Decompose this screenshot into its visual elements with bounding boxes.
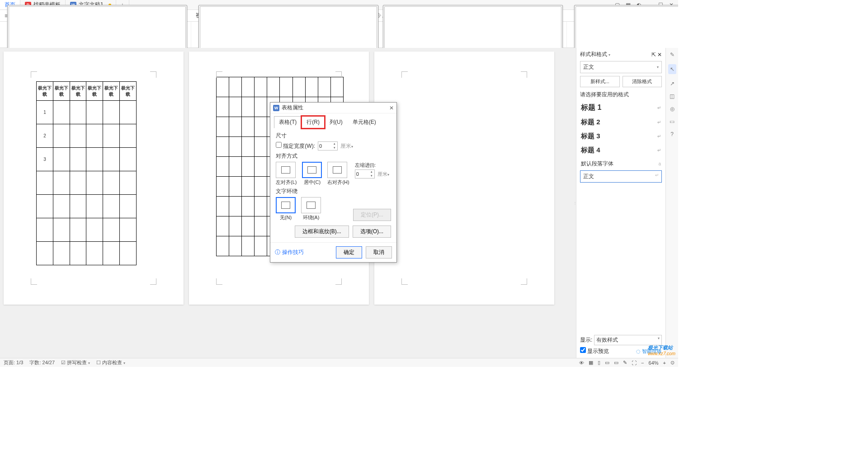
view-read-icon[interactable]: ▭: [605, 360, 609, 366]
nav-button[interactable]: 章节导航: [6, 22, 188, 47]
style-heading3[interactable]: 标题 3↵: [580, 129, 662, 143]
show-label: 显示:: [580, 336, 592, 344]
current-style-select[interactable]: 正文▾: [580, 61, 662, 73]
tab-column[interactable]: 列(U): [325, 116, 348, 128]
view-eye-icon[interactable]: 👁: [579, 360, 584, 366]
indent-label: 左缩进(I):: [355, 162, 389, 169]
indent-input[interactable]: 0▴▾: [355, 169, 375, 179]
rail-location-icon[interactable]: ◎: [670, 106, 675, 112]
style-heading4[interactable]: 标题 4↵: [580, 143, 662, 157]
size-section-label: 尺寸: [276, 132, 391, 140]
dialog-close-button[interactable]: ✕: [389, 105, 394, 111]
close-panel-icon[interactable]: ✕: [657, 52, 662, 58]
styles-panel: 样式和格式 ▾ ⇱ ✕ 正文▾ 新样式... 清除格式 请选择要应用的格式 标题…: [576, 48, 665, 358]
spec-width-checkbox[interactable]: 指定宽度(W):: [276, 142, 315, 150]
table-1[interactable]: 极光下载极光下载极光下载极光下载极光下载极光下载 1 2 3: [36, 81, 137, 265]
clear-format-button[interactable]: 清除格式: [623, 76, 662, 87]
dialog-app-icon: W: [273, 105, 279, 111]
zoom-value[interactable]: 64%: [649, 360, 659, 366]
borders-button[interactable]: 边框和底纹(B)...: [295, 226, 349, 238]
word-count[interactable]: 字数: 24/27: [29, 359, 55, 366]
zoom-in-button[interactable]: +: [663, 360, 666, 366]
rail-read-icon[interactable]: ▭: [670, 118, 675, 125]
rail-pointer-icon[interactable]: ↗: [670, 80, 675, 87]
view-pen-icon[interactable]: ✎: [623, 360, 627, 366]
style-default-para[interactable]: 默认段落字体a: [580, 157, 662, 170]
rail-help-icon[interactable]: ?: [670, 131, 674, 137]
rail-style-icon[interactable]: ✎: [670, 52, 675, 58]
dialog-title: 表格属性: [282, 104, 303, 112]
spellcheck-toggle[interactable]: ☑ 拼写检查 ▾: [61, 359, 90, 366]
toc-button[interactable]: 目录页▾: [382, 22, 564, 47]
apply-label: 请选择要应用的格式: [580, 91, 662, 99]
content-check-toggle[interactable]: ☐ 内容检查 ▾: [96, 359, 125, 366]
statusbar: 页面: 1/3 字数: 24/27 ☑ 拼写检查 ▾ ☐ 内容检查 ▾ 👁 ▦ …: [0, 358, 678, 367]
indent-unit: 厘米▾: [377, 171, 389, 178]
right-rail: ✎ ↖ ↗ ◫ ◎ ▭ ?: [665, 48, 678, 358]
ok-button[interactable]: 确定: [336, 246, 362, 258]
rail-shape-icon[interactable]: ◫: [670, 93, 675, 99]
view-single-icon[interactable]: ▯: [598, 360, 600, 366]
align-center-option[interactable]: [302, 162, 322, 178]
dialog-tabs: 表格(T) 行(R) 列(U) 单元格(E): [270, 113, 396, 128]
style-body-selected[interactable]: 正文↵: [580, 170, 662, 183]
watermark: 极光下载站 www.xz7.com: [648, 344, 675, 356]
preview-checkbox[interactable]: 显示预览: [580, 347, 609, 355]
align-right-option[interactable]: [327, 162, 347, 178]
style-heading1[interactable]: 标题 1↵: [580, 100, 662, 115]
style-list: 标题 1↵ 标题 2↵ 标题 3↵ 标题 4↵ 默认段落字体a: [580, 100, 662, 170]
align-section-label: 对齐方式: [276, 152, 391, 160]
new-style-button[interactable]: 新样式...: [580, 76, 620, 87]
cover-button[interactable]: 封面页▾: [198, 22, 379, 47]
pin-icon[interactable]: ⇱: [651, 52, 656, 58]
zoom-slider-icon[interactable]: ⊙: [670, 360, 675, 366]
zoom-fit-icon[interactable]: ⛶: [632, 360, 637, 366]
style-heading2[interactable]: 标题 2↵: [580, 115, 662, 129]
view-layout-icon[interactable]: ▦: [589, 360, 593, 366]
wrap-section-label: 文字环绕: [276, 188, 391, 195]
margins-button[interactable]: 页边距▾: [573, 22, 678, 47]
width-input[interactable]: 0▴▾: [318, 141, 338, 150]
table-properties-dialog: W 表格属性 ✕ 表格(T) 行(R) 列(U) 单元格(E) 尺寸 指定宽度(…: [270, 102, 397, 263]
tab-table[interactable]: 表格(T): [274, 116, 302, 128]
align-left-option[interactable]: [276, 162, 296, 178]
rail-select-icon[interactable]: ↖: [668, 64, 676, 74]
page-1: 极光下载极光下载极光下载极光下载极光下载极光下载 1 2 3: [4, 52, 184, 305]
view-web-icon[interactable]: ▭: [614, 360, 618, 366]
width-unit: 厘米▾: [340, 142, 353, 150]
options-button[interactable]: 选项(O)...: [353, 226, 391, 238]
tab-cell[interactable]: 单元格(E): [348, 116, 381, 128]
page-indicator[interactable]: 页面: 1/3: [4, 359, 23, 366]
panel-title-label: 样式和格式 ▾: [580, 51, 610, 58]
position-button: 定位(P)...: [353, 209, 391, 221]
ribbon: 章节导航 封面页▾ 目录页▾ 页边距▾ 纸张方向▾ 纸张大小▾ 新增节▾ ✖ 删…: [0, 22, 678, 48]
cancel-button[interactable]: 取消: [366, 246, 392, 258]
page-3: [374, 52, 554, 305]
tips-link[interactable]: ⓘ 操作技巧: [275, 246, 304, 258]
wrap-none-option[interactable]: [276, 197, 296, 213]
show-select[interactable]: 有效样式▾: [594, 335, 662, 345]
zoom-out-button[interactable]: −: [641, 360, 644, 366]
wrap-around-option[interactable]: [301, 197, 321, 213]
tab-row[interactable]: 行(R): [302, 116, 325, 128]
